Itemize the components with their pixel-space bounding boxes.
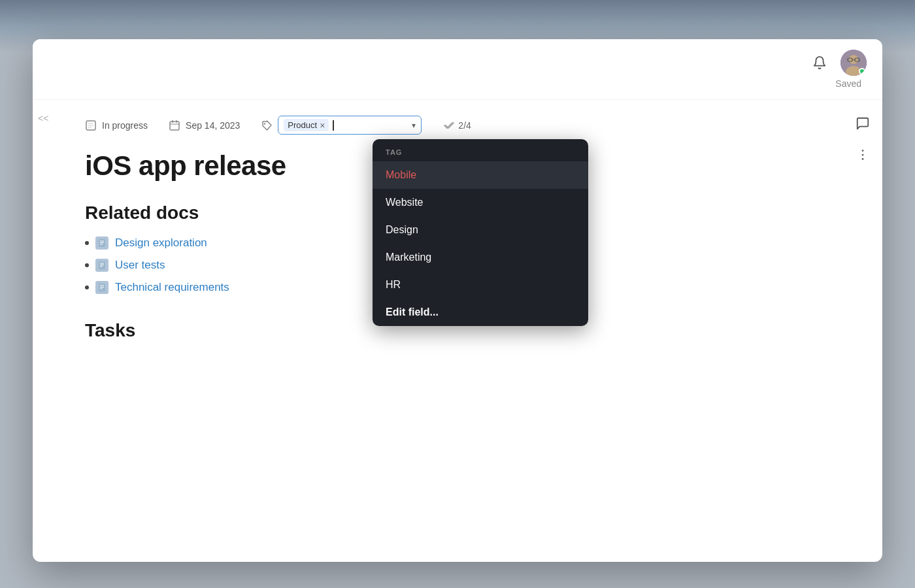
document-area: In progress Sep 14, 2023 bbox=[59, 100, 843, 562]
topbar-right: Saved bbox=[809, 50, 867, 89]
doc-icon bbox=[95, 281, 108, 294]
topbar: Saved bbox=[33, 39, 882, 100]
checklist-count: 2/4 bbox=[458, 120, 471, 131]
bullet-dot bbox=[85, 241, 89, 245]
product-tag-chip: Product × bbox=[284, 119, 329, 131]
metadata-row: In progress Sep 14, 2023 bbox=[85, 116, 817, 135]
content-area: << In progress bbox=[33, 100, 882, 562]
bullet-dot bbox=[85, 263, 89, 267]
svg-point-14 bbox=[264, 123, 265, 124]
more-options-button[interactable] bbox=[852, 144, 873, 165]
date-field[interactable]: Sep 14, 2023 bbox=[169, 120, 240, 131]
dropdown-item-edit-field[interactable]: Edit field... bbox=[373, 299, 588, 326]
online-dot bbox=[859, 68, 865, 74]
tag-chip-remove[interactable]: × bbox=[320, 121, 325, 130]
svg-point-29 bbox=[862, 158, 864, 160]
status-icon bbox=[85, 120, 97, 131]
tag-dropdown-menu: TAG Mobile Website Design Marketing HR E… bbox=[373, 139, 588, 326]
avatar[interactable] bbox=[840, 50, 867, 76]
tag-icon bbox=[261, 120, 273, 131]
right-actions bbox=[843, 100, 882, 562]
date-label: Sep 14, 2023 bbox=[186, 120, 240, 131]
dropdown-item-website[interactable]: Website bbox=[373, 189, 588, 216]
tag-chip-label: Product bbox=[288, 120, 317, 130]
tag-input-container[interactable]: Product × ▾ bbox=[278, 116, 422, 135]
doc-icon bbox=[95, 237, 108, 250]
status-field[interactable]: In progress bbox=[85, 120, 148, 131]
checklist-field[interactable]: 2/4 bbox=[442, 120, 471, 131]
main-window: Saved << In pro bbox=[33, 39, 882, 562]
dropdown-item-mobile[interactable]: Mobile bbox=[373, 161, 588, 189]
design-exploration-link[interactable]: Design exploration bbox=[115, 237, 207, 250]
tag-dropdown-arrow[interactable]: ▾ bbox=[412, 121, 416, 130]
dropdown-item-design[interactable]: Design bbox=[373, 216, 588, 244]
nav-back-arrows[interactable]: << bbox=[33, 100, 59, 562]
status-label: In progress bbox=[102, 120, 148, 131]
bullet-dot bbox=[85, 286, 89, 289]
tag-cursor bbox=[333, 120, 334, 131]
comment-button[interactable] bbox=[852, 113, 873, 134]
user-tests-link[interactable]: User tests bbox=[115, 259, 165, 272]
bell-button[interactable] bbox=[809, 52, 830, 73]
svg-rect-10 bbox=[170, 122, 179, 130]
tag-field: Product × ▾ bbox=[261, 116, 422, 135]
svg-point-28 bbox=[862, 154, 864, 156]
dropdown-item-hr[interactable]: HR bbox=[373, 271, 588, 299]
topbar-icons bbox=[809, 50, 867, 76]
calendar-icon bbox=[169, 120, 180, 131]
saved-status: Saved bbox=[835, 78, 861, 89]
doc-icon bbox=[95, 259, 108, 272]
svg-point-27 bbox=[862, 150, 864, 152]
dropdown-item-marketing[interactable]: Marketing bbox=[373, 244, 588, 271]
technical-requirements-link[interactable]: Technical requirements bbox=[115, 281, 229, 294]
dropdown-header: TAG bbox=[373, 139, 588, 161]
